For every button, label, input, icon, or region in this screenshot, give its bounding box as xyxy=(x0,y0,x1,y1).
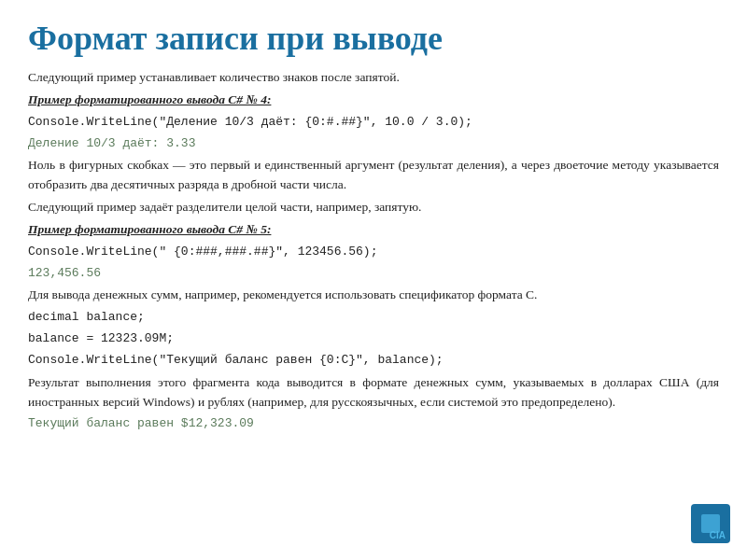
paragraph-7: Пример форматированного вывода C# № 5: xyxy=(28,220,719,240)
paragraph-11: decimal balance; xyxy=(28,308,719,327)
slide-content: Следующий пример устанавливает количеств… xyxy=(28,68,719,433)
paragraph-15: Текущий баланс равен $12,323.09 xyxy=(28,414,719,433)
paragraph-14: Результат выполнения этого фрагмента код… xyxy=(28,373,719,413)
paragraph-3: Console.WriteLine("Деление 10/3 даёт: {0… xyxy=(28,113,719,132)
paragraph-5: Ноль в фигурных скобках — это первый и е… xyxy=(28,156,719,195)
cia-icon: CIA xyxy=(691,504,730,543)
paragraph-2: Пример форматированного вывода C# № 4: xyxy=(28,91,719,110)
paragraph-4: Деление 10/3 даёт: 3.33 xyxy=(28,134,719,153)
paragraph-1: Следующий пример устанавливает количеств… xyxy=(28,68,719,88)
slide: Формат записи при выводе Следующий приме… xyxy=(0,0,747,560)
paragraph-8: Console.WriteLine(" {0:###,###.##}", 123… xyxy=(28,243,719,261)
paragraph-9: 123,456.56 xyxy=(28,264,719,283)
cia-label: CIA xyxy=(710,530,726,540)
paragraph-10: Для вывода денежных сумм, например, реко… xyxy=(28,286,719,305)
slide-title: Формат записи при выводе xyxy=(28,19,719,59)
paragraph-13: Console.WriteLine("Текущий баланс равен … xyxy=(28,351,719,370)
paragraph-12: balance = 12323.09M; xyxy=(28,329,719,348)
paragraph-6: Следующий пример задаёт разделители цело… xyxy=(28,198,719,217)
